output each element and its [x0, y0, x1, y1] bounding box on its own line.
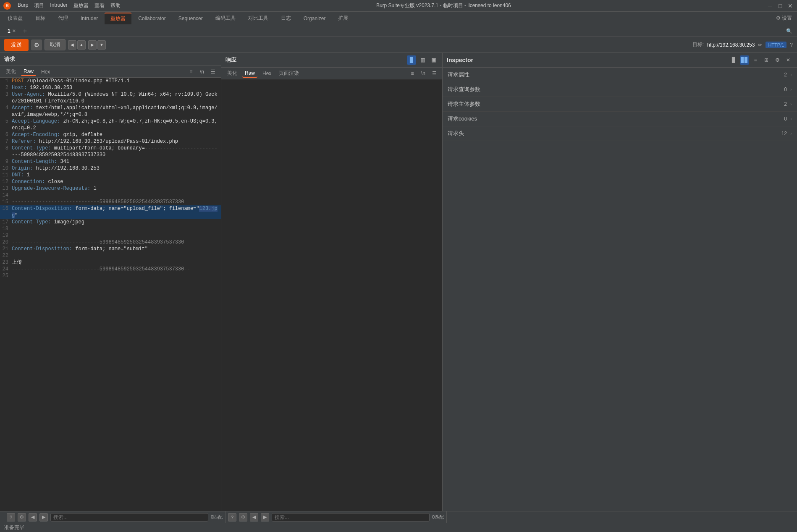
- settings-area: ⚙ 设置: [773, 15, 795, 22]
- inspector-row-headers[interactable]: 请求头 12 ›: [443, 126, 797, 141]
- inspector-row-cookies[interactable]: 请求cookies 0 ›: [443, 112, 797, 126]
- resp-prev-match-button[interactable]: ◀: [250, 513, 258, 522]
- req-settings-button[interactable]: ⚙: [18, 513, 26, 522]
- request-tab-hex[interactable]: Hex: [39, 68, 52, 76]
- tab-collaborator[interactable]: Collaborator: [132, 13, 171, 24]
- nav-buttons: ◀ ▲: [68, 40, 86, 50]
- request-line-24: 24 -----------------------------59989485…: [0, 266, 221, 273]
- response-tab-render[interactable]: 页面渲染: [276, 69, 301, 78]
- response-tab-icons: ≡ \n ☰: [408, 69, 439, 78]
- request-menu-icon[interactable]: ☰: [208, 67, 218, 76]
- inspector-title: Inspector: [447, 57, 727, 63]
- tab-intruder[interactable]: Intruder: [75, 13, 104, 24]
- inspector-row-request-attributes[interactable]: 请求属性 2 ›: [443, 68, 797, 82]
- cancel-button[interactable]: 取消: [45, 39, 66, 50]
- response-search-input[interactable]: [272, 513, 430, 522]
- request-tab-icons: ≡ \n ☰: [186, 67, 218, 76]
- nav-next-2-button[interactable]: ▼: [97, 40, 106, 50]
- inspector-split-icon[interactable]: ⊞: [762, 55, 771, 65]
- status-text: 准备完毕: [4, 524, 24, 531]
- response-newline-icon[interactable]: \n: [419, 69, 428, 78]
- resp-view-icon-3[interactable]: ▣: [429, 55, 438, 65]
- response-menu-icon[interactable]: ☰: [430, 69, 439, 78]
- inspector-row-body-params[interactable]: 请求主体参数 2 ›: [443, 97, 797, 112]
- resp-view-icon-1[interactable]: ▊: [407, 55, 416, 65]
- tab-organizer[interactable]: Organizer: [298, 13, 332, 24]
- tab-logger[interactable]: 日志: [275, 13, 297, 24]
- resp-settings-button[interactable]: ⚙: [239, 513, 247, 522]
- repeater-tab-1[interactable]: 1 ✕: [3, 26, 20, 36]
- response-tab-pretty[interactable]: 美化: [225, 69, 240, 78]
- response-tab-hex[interactable]: Hex: [260, 70, 274, 77]
- request-line-17: 17 Content-Type: image/jpeg: [0, 219, 221, 225]
- menu-intruder[interactable]: Intruder: [50, 2, 67, 9]
- target-url: http://192.168.30.253: [707, 42, 755, 48]
- inspector-row-arrow-3: ›: [790, 116, 792, 122]
- menu-repeater[interactable]: 重放器: [73, 2, 89, 9]
- window-title: Burp Suite专业版 v2023.7.1 - 临时项目 - license…: [376, 2, 511, 9]
- maximize-button[interactable]: □: [777, 3, 784, 9]
- edit-target-icon[interactable]: ✏: [758, 42, 762, 48]
- tab-encoder[interactable]: 编码工具: [210, 13, 241, 24]
- minimize-button[interactable]: ─: [767, 3, 773, 9]
- menu-help[interactable]: 帮助: [110, 2, 121, 9]
- req-next-match-button[interactable]: ▶: [39, 513, 48, 522]
- inspector-header: Inspector ▊ ▊▊ ≡ ⊞ ⚙ ✕: [443, 53, 797, 68]
- tab-dashboard[interactable]: 仪表盘: [2, 13, 29, 24]
- response-panel-header: 响应 ▊ ▥ ▣: [221, 53, 442, 68]
- target-label: 目标:: [692, 41, 704, 48]
- request-tab-raw[interactable]: Raw: [21, 68, 36, 76]
- inspector-align-icon[interactable]: ≡: [751, 55, 760, 65]
- inspector-row-label-4: 请求头: [448, 130, 779, 137]
- search-icon[interactable]: 🔍: [784, 26, 794, 36]
- settings-button[interactable]: ⚙ 设置: [776, 15, 792, 22]
- request-line-3: 3 User-Agent: Mozilla/5.0 (Windows NT 10…: [0, 91, 221, 105]
- request-line-16: 16 Content-Disposition: form-data; name=…: [0, 205, 221, 219]
- request-newline-icon[interactable]: \n: [197, 67, 207, 76]
- req-help-button[interactable]: ?: [7, 513, 15, 522]
- request-line-25: 25: [0, 273, 221, 279]
- tab-repeater[interactable]: 重放器: [105, 13, 131, 24]
- req-prev-match-button[interactable]: ◀: [29, 513, 37, 522]
- menu-burp[interactable]: Burp: [18, 2, 28, 9]
- menu-view[interactable]: 查看: [94, 2, 105, 9]
- request-doc-icon[interactable]: ≡: [186, 67, 196, 76]
- tab-target[interactable]: 目标: [29, 13, 51, 24]
- repeater-tabbar: 1 ✕ + 🔍: [0, 25, 797, 37]
- inspector-row-count-0: 2: [779, 72, 787, 78]
- inspector-gear-icon[interactable]: ⚙: [773, 55, 782, 65]
- tab-comparer[interactable]: 对比工具: [242, 13, 274, 24]
- request-tab-pretty[interactable]: 美化: [3, 67, 18, 76]
- nav-prev-2-button[interactable]: ▲: [77, 40, 86, 50]
- close-button[interactable]: ✕: [787, 3, 794, 9]
- request-tabs: 美化 Raw Hex ≡ \n ☰: [0, 66, 221, 78]
- main-tabbar: 仪表盘 目标 代理 Intruder 重放器 Collaborator Sequ…: [0, 12, 797, 25]
- help-icon[interactable]: ?: [790, 42, 793, 48]
- tab-proxy[interactable]: 代理: [52, 13, 74, 24]
- resp-view-icon-2[interactable]: ▥: [418, 55, 427, 65]
- response-doc-icon[interactable]: ≡: [408, 69, 417, 78]
- inspector-row-label-3: 请求cookies: [448, 115, 779, 123]
- resp-help-button[interactable]: ?: [228, 513, 236, 522]
- add-tab-button[interactable]: +: [23, 27, 27, 35]
- inspector-row-query-params[interactable]: 请求查询参数 0 ›: [443, 82, 797, 97]
- nav-prev-button[interactable]: ◀: [68, 40, 76, 50]
- inspector-icon-2[interactable]: ▊▊: [740, 55, 749, 65]
- nav-next-button[interactable]: ▶: [88, 40, 97, 50]
- resp-next-match-button[interactable]: ▶: [261, 513, 269, 522]
- repeater-settings-button[interactable]: ⚙: [31, 39, 42, 50]
- request-line-6: 6 Accept-Encoding: gzip, deflate: [0, 131, 221, 138]
- request-body[interactable]: 1 POST /upload/Pass-01/index.php HTTP/1.…: [0, 78, 221, 511]
- tab-sequencer[interactable]: Sequencer: [173, 13, 209, 24]
- response-tab-raw[interactable]: Raw: [242, 69, 257, 78]
- send-button[interactable]: 发送: [4, 39, 29, 51]
- inspector-icon-1[interactable]: ▊: [729, 55, 738, 65]
- http-version-badge[interactable]: HTTP/1: [766, 42, 787, 48]
- inspector-row-label-0: 请求属性: [448, 71, 779, 79]
- tab-extensions[interactable]: 扩展: [332, 13, 354, 24]
- inspector-close-icon[interactable]: ✕: [784, 55, 793, 65]
- request-search-input[interactable]: [50, 513, 208, 522]
- close-tab-1-icon[interactable]: ✕: [12, 29, 16, 33]
- menu-project[interactable]: 项目: [34, 2, 44, 9]
- response-body[interactable]: [221, 79, 442, 511]
